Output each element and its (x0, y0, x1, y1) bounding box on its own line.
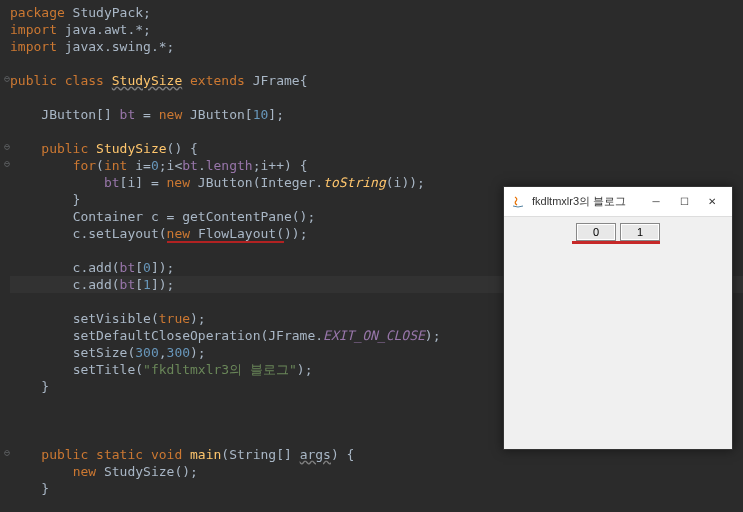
close-button[interactable]: ✕ (698, 192, 726, 212)
button-1[interactable]: 1 (620, 223, 660, 241)
annotation-underline (572, 241, 660, 244)
button-0[interactable]: 0 (576, 223, 616, 241)
maximize-button[interactable]: ☐ (670, 192, 698, 212)
class-name: StudySize (112, 73, 182, 88)
window-controls: ─ ☐ ✕ (642, 192, 726, 212)
fold-icon[interactable]: ⊖ (4, 70, 10, 87)
editor-gutter: ⊖ ⊖ ⊖ ⊖ (0, 0, 30, 512)
fold-icon[interactable]: ⊖ (4, 138, 10, 155)
window-title: fkdltmxlr3의 블로그 (532, 194, 642, 209)
fold-icon[interactable]: ⊖ (4, 444, 10, 461)
java-swing-window: fkdltmxlr3의 블로그 ─ ☐ ✕ 0 1 (503, 186, 733, 450)
window-titlebar[interactable]: fkdltmxlr3의 블로그 ─ ☐ ✕ (504, 187, 732, 217)
java-icon (510, 194, 526, 210)
fold-icon[interactable]: ⊖ (4, 155, 10, 172)
minimize-button[interactable]: ─ (642, 192, 670, 212)
